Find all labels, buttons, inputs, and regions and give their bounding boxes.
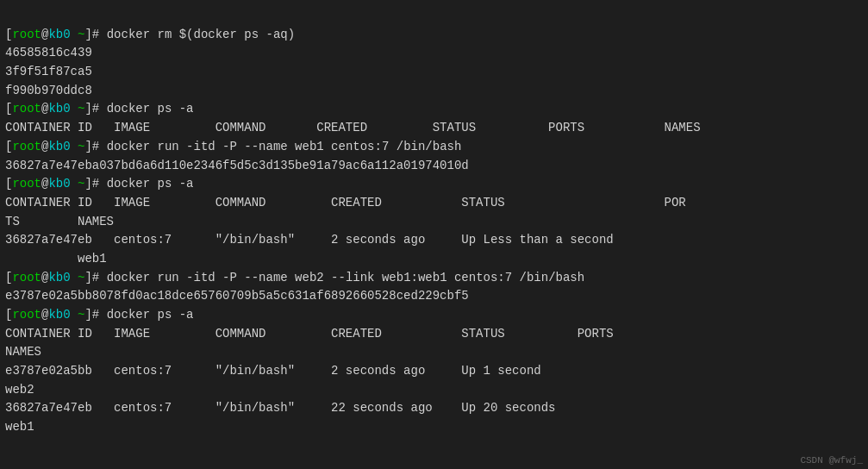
prompt-tilde: ~	[71, 177, 85, 191]
prompt-hash: #	[92, 102, 107, 116]
output-text: web1	[5, 420, 34, 434]
command-text: docker rm $(docker ps -aq)	[107, 28, 295, 41]
output-text: f990b970ddc8	[5, 84, 92, 97]
prompt-line: [root@kb0 ~]# docker ps -a	[5, 100, 863, 119]
output-line: CONTAINER ID IMAGE COMMAND CREATED STATU…	[5, 194, 863, 213]
output-text: TS NAMES	[5, 215, 114, 228]
output-line: 36827a7e47eb centos:7 "/bin/bash" 22 sec…	[5, 399, 863, 418]
bracket-close: ]	[84, 28, 91, 41]
bracket-close: ]	[84, 102, 91, 116]
prompt-line: [root@kb0 ~]# docker run -itd -P --name …	[5, 138, 863, 157]
bracket-close: ]	[84, 140, 91, 153]
output-text: 36827a7e47eb centos:7 "/bin/bash" 2 seco…	[5, 233, 614, 247]
prompt-host: kb0	[48, 140, 70, 153]
prompt-host: kb0	[48, 28, 70, 41]
prompt-hash: #	[92, 140, 107, 153]
watermark: CSDN @wfwj_	[800, 455, 863, 466]
prompt-line: [root@kb0 ~]# docker run -itd -P --name …	[5, 269, 863, 288]
output-line: CONTAINER ID IMAGE COMMAND CREATED STATU…	[5, 119, 863, 138]
command-text: docker ps -a	[107, 102, 194, 116]
prompt-root: root	[12, 177, 41, 191]
command-text: docker ps -a	[107, 177, 194, 191]
prompt-host: kb0	[48, 102, 70, 116]
output-line: 46585816c439	[5, 44, 863, 63]
prompt-host: kb0	[48, 308, 70, 322]
prompt-tilde: ~	[71, 308, 85, 322]
output-line: CONTAINER ID IMAGE COMMAND CREATED STATU…	[5, 325, 863, 344]
command-text: docker run -itd -P --name web2 --link we…	[107, 271, 585, 285]
prompt-root: root	[12, 140, 41, 153]
prompt-root: root	[12, 28, 41, 41]
output-text: CONTAINER ID IMAGE COMMAND CREATED STATU…	[5, 121, 701, 134]
prompt-line: [root@kb0 ~]# docker ps -a	[5, 306, 863, 325]
bracket-close: ]	[84, 177, 91, 191]
prompt-root: root	[12, 271, 41, 285]
output-text: e3787e02a5bb8078fd0ac18dce65760709b5a5c6…	[5, 289, 469, 303]
prompt-host: kb0	[48, 177, 70, 191]
output-text: web1	[5, 252, 107, 266]
output-line: e3787e02a5bb8078fd0ac18dce65760709b5a5c6…	[5, 287, 863, 306]
output-line: e3787e02a5bb centos:7 "/bin/bash" 2 seco…	[5, 362, 863, 381]
prompt-tilde: ~	[71, 28, 85, 41]
bracket-close: ]	[84, 308, 91, 322]
output-text: 36827a7e47eba037bd6a6d110e2346f5d5c3d135…	[5, 159, 469, 172]
output-text: web2	[5, 383, 34, 397]
prompt-hash: #	[92, 28, 107, 41]
output-line: NAMES	[5, 343, 863, 362]
output-line: web2	[5, 381, 863, 400]
prompt-root: root	[12, 102, 41, 116]
bracket-close: ]	[84, 271, 91, 285]
prompt-hash: #	[92, 308, 107, 322]
output-text: 3f9f51f87ca5	[5, 65, 92, 78]
output-line: f990b970ddc8	[5, 82, 863, 101]
prompt-tilde: ~	[71, 140, 85, 153]
output-text: CONTAINER ID IMAGE COMMAND CREATED STATU…	[5, 196, 686, 209]
prompt-host: kb0	[48, 271, 70, 285]
prompt-line: [root@kb0 ~]# docker rm $(docker ps -aq)	[5, 26, 863, 45]
output-line: web1	[5, 418, 863, 437]
output-line: web1	[5, 250, 863, 269]
prompt-tilde: ~	[71, 102, 85, 116]
prompt-line: [root@kb0 ~]# docker ps -a	[5, 175, 863, 194]
output-text: CONTAINER ID IMAGE COMMAND CREATED STATU…	[5, 327, 614, 341]
output-line: 36827a7e47eb centos:7 "/bin/bash" 2 seco…	[5, 231, 863, 250]
output-line: 3f9f51f87ca5	[5, 63, 863, 82]
output-text: 46585816c439	[5, 46, 92, 59]
command-text: docker run -itd -P --name web1 centos:7 …	[107, 140, 462, 153]
output-line: TS NAMES	[5, 213, 863, 232]
output-text: e3787e02a5bb centos:7 "/bin/bash" 2 seco…	[5, 364, 541, 378]
prompt-root: root	[12, 308, 41, 322]
terminal-window: [root@kb0 ~]# docker rm $(docker ps -aq)…	[5, 7, 863, 437]
prompt-hash: #	[92, 271, 107, 285]
command-text: docker ps -a	[107, 308, 194, 322]
output-text: 36827a7e47eb centos:7 "/bin/bash" 22 sec…	[5, 401, 556, 415]
prompt-hash: #	[92, 177, 107, 191]
prompt-tilde: ~	[71, 271, 85, 285]
output-text: NAMES	[5, 345, 41, 359]
output-line: 36827a7e47eba037bd6a6d110e2346f5d5c3d135…	[5, 157, 863, 176]
